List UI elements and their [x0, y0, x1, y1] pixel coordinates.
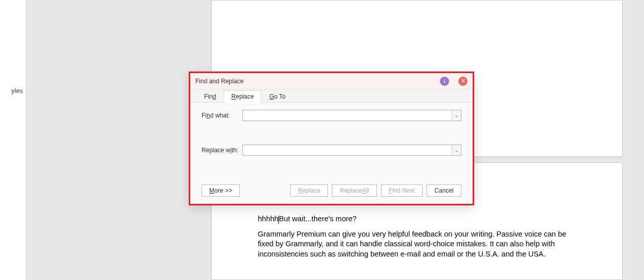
dialog-button-row: More >> Replace Replace All Find Next Ca…: [202, 184, 461, 197]
tab-replace[interactable]: Replace: [224, 90, 261, 103]
find-next-button[interactable]: Find Next: [381, 184, 423, 197]
dialog-titlebar[interactable]: Find and Replace i ✕: [190, 73, 473, 89]
styles-panel: yles: [0, 0, 27, 280]
replace-with-label: Replace with:: [202, 147, 242, 154]
replace-with-input[interactable]: [243, 145, 452, 155]
dialog-body: Find what: ⌄ Replace with: ⌄ More >> Rep…: [190, 103, 473, 204]
dialog-tabs: Find Replace Go To: [190, 89, 473, 103]
text-fragment: But wait...there's more?: [279, 215, 357, 223]
replace-button[interactable]: Replace: [290, 184, 328, 197]
find-what-label: Find what:: [202, 112, 242, 119]
dialog-title: Find and Replace: [195, 78, 431, 85]
text-cursor: [278, 216, 279, 224]
close-icon[interactable]: ✕: [458, 77, 468, 86]
replace-all-button[interactable]: Replace All: [332, 184, 376, 197]
cancel-button[interactable]: Cancel: [427, 184, 461, 197]
document-paragraph-2: Grammarly Premium can give you very help…: [258, 229, 576, 260]
find-what-row: Find what: ⌄: [202, 110, 461, 121]
dropdown-icon[interactable]: ⌄: [452, 110, 461, 121]
document-line-1: hhhhhBut wait...there's more?: [258, 214, 576, 224]
replace-with-combo[interactable]: ⌄: [242, 145, 461, 156]
find-what-input[interactable]: [243, 110, 452, 121]
text-fragment: hhhhh: [258, 215, 278, 223]
find-replace-dialog: Find and Replace i ✕ Find Replace Go To …: [189, 72, 474, 205]
more-button[interactable]: More >>: [202, 184, 240, 197]
dropdown-icon[interactable]: ⌄: [452, 145, 461, 155]
styles-label-fragment: yles: [11, 87, 23, 95]
tab-find[interactable]: Find: [196, 90, 224, 103]
find-what-combo[interactable]: ⌄: [242, 110, 461, 121]
tab-goto[interactable]: Go To: [261, 90, 293, 103]
help-icon[interactable]: i: [440, 77, 449, 86]
replace-with-row: Replace with: ⌄: [202, 145, 461, 156]
